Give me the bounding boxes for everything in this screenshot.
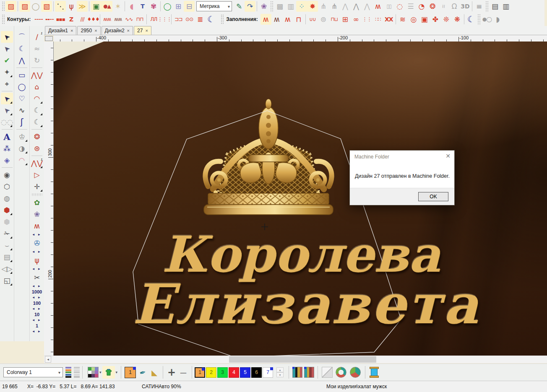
ring-outline-tool[interactable]: ◉ — [1, 169, 13, 181]
ornament-icon[interactable]: Ω — [449, 1, 460, 12]
satin-patch-icon[interactable]: ▧ — [41, 1, 52, 12]
scissors-icon[interactable]: ✂ — [31, 272, 43, 283]
nudge-arrows[interactable]: ◂ ▸ — [33, 249, 42, 254]
doc-summary-icon[interactable]: ▤ — [490, 1, 500, 12]
needle-point-icon[interactable]: ψ — [31, 254, 43, 266]
colorway-select[interactable]: Colorway 1 ▾ — [3, 367, 63, 377]
flower-export-icon[interactable]: ❀ — [258, 1, 269, 12]
design-canvas[interactable]: Королева Елизавета — [54, 42, 547, 356]
hlines-icon[interactable]: ☰ — [405, 1, 416, 12]
fill-dotgrid-icon[interactable]: ∷∷ — [372, 14, 383, 25]
fill-contour-waves-icon[interactable]: ≋ — [397, 14, 408, 25]
offset-tool[interactable]: ◍ — [1, 192, 13, 204]
polyline-measure-tool[interactable]: ⋀⋁1 — [31, 157, 43, 169]
cut-lines-icon[interactable]: ⋔ — [318, 1, 329, 12]
fill-ushape-icon[interactable]: ∪∪ — [307, 14, 318, 25]
weave-icon[interactable]: ▥ — [285, 1, 296, 12]
outline-dash2-icon[interactable]: ╍╌ — [44, 14, 55, 25]
aframe-icon-2[interactable]: ⋀ — [351, 1, 362, 12]
basic-shapes-tool[interactable]: ♡ — [16, 93, 28, 104]
stitch-comb-icon[interactable]: ⊓⊓ — [134, 14, 145, 25]
collar-icon[interactable]: ◖ — [126, 1, 137, 12]
palette-editor-icon[interactable] — [88, 367, 99, 378]
spinner-up-icon[interactable]: ▲ — [276, 367, 284, 372]
fill-satin-icon[interactable]: ʍ — [282, 14, 293, 25]
zigzag-param-icon[interactable]: ʍ — [31, 220, 43, 232]
spinner-down-icon[interactable]: ▼ — [276, 372, 284, 377]
stitch-steps-icon[interactable]: ⊐⊐ — [173, 14, 184, 25]
closed-shape-nodes-tool[interactable]: ⌂ — [31, 81, 43, 93]
wheel-stitch-icon[interactable]: ❂ — [427, 1, 438, 12]
units-select[interactable]: Метрика▾ — [196, 1, 232, 11]
stitch-chain-icon[interactable]: ⊙⊙ — [184, 14, 195, 25]
machine-function-tool-1[interactable]: ✿ — [31, 197, 43, 208]
auto-digitize-tool[interactable]: ✔ — [1, 55, 13, 66]
outline-dash3-icon[interactable]: ▪▪▪ — [55, 14, 66, 25]
dash-rows-icon[interactable]: ≡ — [474, 1, 484, 12]
ruler-origin-button[interactable] — [45, 36, 53, 41]
fill-meander1-icon[interactable]: ✤ — [430, 14, 441, 25]
thread-match-icon[interactable] — [304, 367, 314, 378]
nudge-100-arrows[interactable]: ◂ ▸ — [33, 306, 42, 312]
product-visualizer-icon[interactable] — [102, 366, 115, 379]
arc-digitize-tool[interactable]: ⌒ — [16, 31, 28, 43]
monogram-tool[interactable]: ◈ — [1, 154, 13, 166]
nudge-1000-arrows[interactable]: ◂ ▸ — [33, 295, 42, 300]
split-curve-tool[interactable]: ⌣ — [1, 239, 13, 251]
rotate-ring-tool[interactable]: ↻ — [31, 55, 43, 66]
fill-hatchcols-icon[interactable]: ⋮⋮ — [362, 14, 372, 25]
nudge-arrows[interactable]: ◂ ▸ — [33, 266, 42, 272]
stitch-edit-tool[interactable]: ◌◌ — [1, 116, 13, 128]
thread-spool-icon[interactable] — [370, 367, 379, 378]
fill-rings-icon[interactable]: ⊚ — [318, 14, 329, 25]
star-wheel-tool[interactable]: ❂ — [31, 131, 43, 143]
polyline-nodes-tool[interactable]: ⋀⋁ — [31, 69, 43, 81]
dots-fill-icon[interactable]: ⁘ — [296, 1, 307, 12]
fill-tatami2-icon[interactable]: ʍ — [271, 14, 282, 25]
remove-color-button[interactable]: — — [177, 366, 189, 378]
contour-moon-icon[interactable]: ☾ — [206, 14, 216, 25]
stitch-zigzag2-icon[interactable]: ʍʍ — [112, 14, 123, 25]
fan-stitch-icon[interactable]: ◔ — [416, 1, 427, 12]
current-color-swatch[interactable]: 1 — [125, 367, 136, 378]
clip-c-plus-tool[interactable]: ☾ — [31, 116, 43, 128]
fill-satin-big-icon[interactable]: ▨ — [5, 1, 16, 12]
fill-comb-icon[interactable]: ⊓ — [293, 14, 304, 25]
outline-satin-icon[interactable]: /// — [77, 14, 88, 25]
node-edit-tool[interactable]: ➤ — [1, 104, 13, 116]
aframe-icon-3[interactable]: ⋀ — [362, 1, 372, 12]
color-swatch-6[interactable]: 6 — [251, 367, 262, 378]
aframe-icon-1[interactable]: ⋀ — [340, 1, 351, 12]
star-burst-icon[interactable]: ✸ — [307, 1, 318, 12]
shape-outline-icon[interactable]: ◯ — [30, 1, 41, 12]
star-shape-icon[interactable]: ✶ — [112, 1, 123, 12]
collar-shape-tool[interactable]: ◠ — [16, 154, 28, 166]
thread-colors-icon[interactable]: ✾ — [148, 1, 159, 12]
nudge-10-arrows[interactable]: ◂ ▸ — [33, 317, 42, 323]
add-node-tool[interactable]: ✛ — [31, 181, 43, 192]
columns-icon[interactable]: ▯▯ — [383, 1, 394, 12]
point-select-tool[interactable]: ⌖ — [1, 78, 13, 90]
fill-boxspiral-icon[interactable]: ▣ — [419, 14, 430, 25]
polygon-select-tool[interactable]: ➤ — [1, 43, 13, 55]
fill-chain-icon[interactable]: ∞ — [351, 14, 362, 25]
bridge-shape-tool[interactable]: ♔ — [16, 131, 28, 143]
threed-icon[interactable]: 3D — [460, 1, 471, 12]
satin-outline-icon[interactable]: ▨ — [19, 1, 30, 12]
spoke-wheel-tool[interactable]: ⊛ — [31, 143, 43, 154]
stitch-dotcols-icon[interactable]: ⋮⋮⋮ — [159, 14, 170, 25]
shapes-icon[interactable]: ●▲ — [102, 1, 112, 12]
outline-motif-icon[interactable]: ♦♦♦ — [88, 14, 99, 25]
ok-button[interactable]: OK — [418, 192, 448, 201]
kerning-tool[interactable]: ⁂ — [1, 143, 13, 154]
ribbon-arc-tool[interactable]: ◠ — [31, 93, 43, 104]
direction-tool[interactable]: ▷ — [31, 169, 43, 181]
color-swatch-5[interactable]: 5 — [240, 367, 250, 378]
chevron-down-icon[interactable]: ▾ — [99, 370, 102, 374]
color-sphere-icon[interactable] — [350, 367, 361, 378]
fork-pin-icon[interactable]: ψ — [66, 1, 77, 12]
branch-icon[interactable]: ⋔ — [329, 1, 340, 12]
lettering-tool[interactable]: A — [1, 131, 13, 143]
outline-dash1-icon[interactable]: ╌╌ — [33, 14, 44, 25]
stitch-wave-icon[interactable]: ∿∿ — [123, 14, 134, 25]
